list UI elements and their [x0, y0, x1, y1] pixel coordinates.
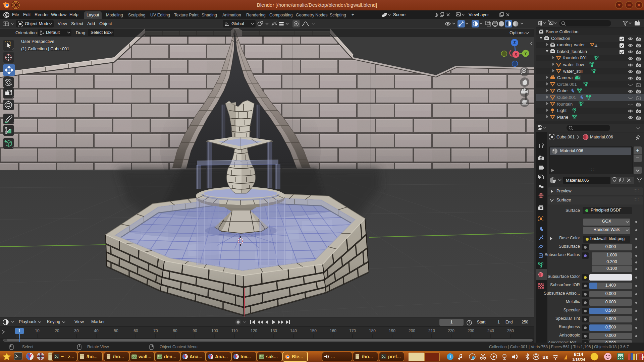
svg-text:Z: Z: [514, 41, 516, 45]
svg-text:us: us: [542, 354, 548, 360]
svg-text:Y: Y: [524, 51, 527, 55]
svg-text:i: i: [449, 354, 451, 359]
svg-text:X: X: [515, 52, 517, 56]
svg-text:11: 11: [594, 44, 597, 47]
